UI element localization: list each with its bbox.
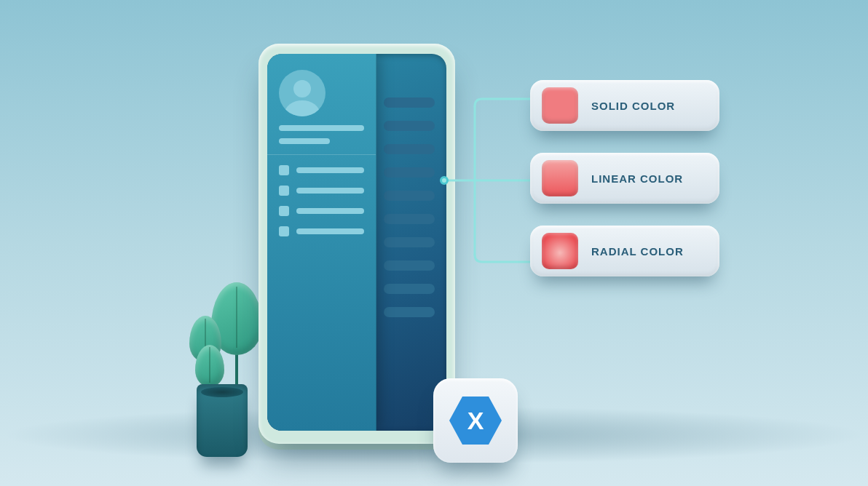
option-card-linear: LINEAR COLOR [530,153,719,204]
xamarin-glyph: X [467,407,484,435]
content-row [384,191,435,201]
swatch-solid [542,87,578,124]
navigation-drawer [267,54,376,431]
connector-lines [443,87,537,276]
drawer-menu-item [279,226,364,236]
option-label: SOLID COLOR [591,100,675,112]
phone-mockup [259,44,455,444]
option-card-solid: SOLID COLOR [530,80,719,131]
swatch-radial [542,233,578,269]
content-row [384,167,435,178]
drawer-menu-item [279,165,364,175]
swatch-linear [542,160,578,196]
option-label: RADIAL COLOR [591,245,684,258]
xamarin-icon: X [449,394,502,447]
content-row [384,307,435,317]
profile-name-placeholder [279,125,364,131]
content-row [384,121,435,131]
plant-pot [197,384,248,457]
phone-screen [267,54,446,431]
avatar-icon [279,70,326,116]
drawer-menu-item [279,206,364,216]
xamarin-logo-card: X [433,378,518,463]
content-row [384,284,435,294]
plant-decoration [182,384,262,457]
content-row [384,260,435,271]
content-row [384,97,435,108]
content-row [384,144,435,154]
content-row [384,214,435,224]
drawer-menu-item [279,186,364,196]
connector-node [440,176,449,185]
option-label: LINEAR COLOR [591,172,683,185]
option-card-radial: RADIAL COLOR [530,226,719,276]
profile-sub-placeholder [279,138,330,144]
drawer-divider [267,154,376,155]
content-row [384,237,435,247]
